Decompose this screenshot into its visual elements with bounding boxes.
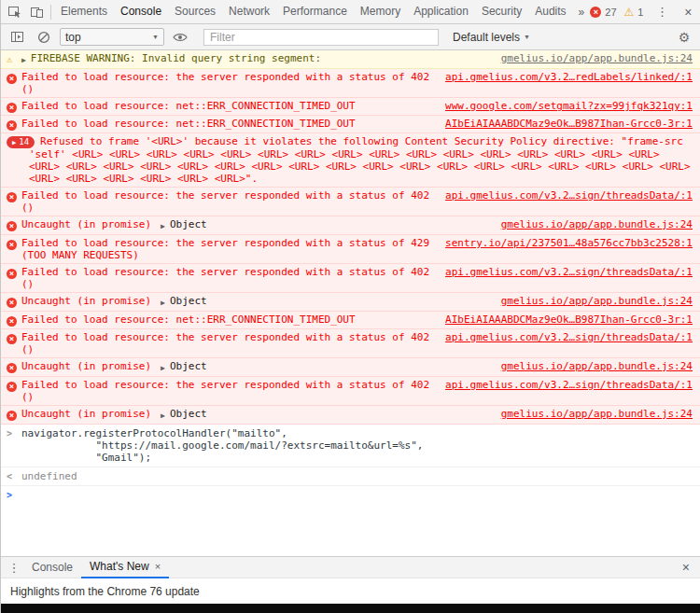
- console-message: × Failed to load resource: net::ERR_CONN…: [1, 312, 700, 329]
- devtools-window: Elements Console Sources Network Perform…: [0, 0, 700, 613]
- console-message: × Uncaught (in promise) ▶ Object gmelius…: [1, 406, 700, 425]
- source-link[interactable]: api.gmelius.com/v3.2…sign/threadsData/:1: [445, 189, 693, 202]
- frame-context-select[interactable]: top ▼: [60, 28, 164, 46]
- expand-triangle-icon[interactable]: ▶: [161, 297, 165, 309]
- source-link[interactable]: sentry.io/api/237501…48a576cc7bb3c2528:1: [445, 237, 693, 249]
- error-icon: ×: [7, 382, 17, 392]
- input-prompt-icon: >: [7, 489, 21, 500]
- console-result: < undefined: [1, 467, 700, 486]
- whats-new-panel: Highlights from the Chrome 76 update: [1, 578, 700, 604]
- warning-count[interactable]: 1: [637, 7, 643, 18]
- error-icon: ×: [7, 316, 17, 327]
- source-link[interactable]: api.gmelius.com/v3.2…sign/threadsData/:1: [445, 266, 693, 278]
- object-preview[interactable]: Object: [170, 218, 207, 230]
- console-message: ⚠ ▶ FIREBASE WARNING: Invalid query stri…: [1, 50, 700, 69]
- device-toolbar-icon[interactable]: [25, 1, 48, 23]
- console-message: × Failed to load resource: the server re…: [1, 264, 700, 293]
- frame-context-value: top: [65, 31, 81, 44]
- source-link[interactable]: AIbEiAIAAABDCMaz9eOk…B987Ihan-Grcc0-3r:1: [445, 313, 693, 326]
- devtools-menu-icon[interactable]: ⋮: [651, 1, 673, 23]
- source-link[interactable]: api.gmelius.com/v3.2…redLabels/linked/:1: [445, 71, 693, 83]
- message-text: Failed to load resource: the server resp…: [21, 71, 434, 95]
- source-link[interactable]: api.gmelius.com/v3.2…sign/threadsData/:1: [445, 379, 693, 391]
- error-count-icon[interactable]: ×: [590, 7, 601, 18]
- console-message: × Failed to load resource: the server re…: [1, 69, 700, 98]
- live-expression-eye-icon[interactable]: [169, 26, 191, 49]
- tab-audits[interactable]: Audits: [528, 0, 572, 23]
- error-icon: ×: [7, 103, 17, 113]
- inspect-element-icon[interactable]: [3, 1, 25, 23]
- message-text: Failed to load resource: the server resp…: [21, 379, 434, 403]
- source-link[interactable]: gmelius.io/app/app.bundle.js:24: [501, 295, 693, 307]
- clear-console-icon[interactable]: [33, 26, 55, 49]
- drawer-menu-icon[interactable]: ⋮: [5, 561, 23, 575]
- whats-new-title: Highlights from the Chrome 76 update: [10, 585, 200, 598]
- source-link[interactable]: gmelius.io/app/app.bundle.js:24: [501, 52, 693, 64]
- console-messages-pane: ⚠ ▶ FIREBASE WARNING: Invalid query stri…: [1, 50, 700, 556]
- close-tab-icon[interactable]: ×: [155, 557, 161, 577]
- object-preview[interactable]: Object: [170, 360, 207, 372]
- tab-console[interactable]: Console: [114, 0, 168, 23]
- source-link[interactable]: gmelius.io/app/app.bundle.js:24: [501, 360, 693, 372]
- topbar-status-area: × 27 ⚠ 1 ⋮ ×: [590, 1, 700, 23]
- console-message: × Uncaught (in promise) ▶ Object gmelius…: [1, 358, 700, 377]
- message-text: Uncaught (in promise): [21, 408, 151, 420]
- error-icon: ×: [7, 334, 17, 344]
- console-input[interactable]: >: [1, 486, 700, 503]
- expand-triangle-icon[interactable]: ▶: [161, 410, 165, 422]
- command-prompt-icon: >: [7, 427, 21, 464]
- console-message: × Uncaught (in promise) ▶ Object gmelius…: [1, 293, 700, 312]
- source-link[interactable]: gmelius.io/app/app.bundle.js:24: [501, 408, 693, 420]
- log-levels-label: Default levels: [453, 31, 520, 44]
- console-sidebar-icon[interactable]: [6, 26, 28, 49]
- message-text: Uncaught (in promise): [21, 360, 151, 372]
- settings-gear-icon[interactable]: ⚙: [673, 26, 695, 49]
- error-icon: ×: [7, 120, 17, 131]
- error-icon: ×: [7, 240, 17, 250]
- result-value: undefined: [21, 470, 77, 482]
- message-text: Failed to load resource: the server resp…: [21, 331, 434, 355]
- console-empty-space: [1, 503, 700, 556]
- tab-security[interactable]: Security: [475, 0, 528, 23]
- error-icon: ×: [7, 221, 17, 231]
- error-icon: ×: [7, 298, 17, 308]
- more-tabs-icon[interactable]: »: [573, 6, 591, 19]
- whats-new-banner-image: [1, 604, 700, 613]
- source-link[interactable]: www.google.com/setgmail?zx=99jfqk321qy:1: [445, 100, 693, 112]
- source-link[interactable]: api.gmelius.com/v3.2…sign/threadsData/:1: [445, 331, 693, 343]
- result-arrow-icon: <: [7, 470, 21, 482]
- message-text: Failed to load resource: the server resp…: [21, 237, 434, 261]
- source-link[interactable]: AIbEiAIAAABDCMaz9eOk…B987Ihan-Grcc0-3r:1: [445, 118, 693, 130]
- message-text: Failed to load resource: net::ERR_CONNEC…: [21, 118, 434, 130]
- error-icon: ×: [7, 363, 17, 373]
- drawer-close-icon[interactable]: ×: [676, 560, 696, 575]
- tab-network[interactable]: Network: [222, 0, 276, 23]
- object-preview[interactable]: Object: [170, 408, 207, 420]
- drawer-tab-console[interactable]: Console: [23, 557, 81, 578]
- message-text: Failed to load resource: net::ERR_CONNEC…: [21, 313, 434, 326]
- console-toolbar: top ▼ Default levels ▼ ⚙: [1, 24, 700, 50]
- repeat-count-badge[interactable]: ▶14: [7, 136, 35, 148]
- drawer-tab-whats-new[interactable]: What's New ×: [81, 557, 169, 578]
- source-link[interactable]: gmelius.io/app/app.bundle.js:24: [501, 218, 693, 230]
- tab-elements[interactable]: Elements: [54, 0, 114, 23]
- message-text: Uncaught (in promise): [21, 218, 151, 230]
- warning-count-icon[interactable]: ⚠: [624, 7, 635, 18]
- expand-triangle-icon[interactable]: ▶: [161, 362, 165, 374]
- tab-application[interactable]: Application: [407, 0, 475, 23]
- console-message: × Failed to load resource: the server re…: [1, 235, 700, 264]
- devtools-close-icon[interactable]: ×: [677, 1, 699, 23]
- log-levels-select[interactable]: Default levels ▼: [453, 31, 530, 44]
- message-text: Uncaught (in promise): [21, 295, 151, 307]
- expand-triangle-icon[interactable]: ▶: [161, 220, 165, 232]
- filter-input[interactable]: [203, 29, 439, 46]
- console-message: ▶14Refused to frame '<URL>' because it v…: [1, 133, 700, 188]
- object-preview[interactable]: Object: [170, 295, 207, 307]
- chevron-down-icon: ▼: [524, 34, 530, 40]
- tab-sources[interactable]: Sources: [168, 0, 222, 23]
- tab-performance[interactable]: Performance: [276, 0, 354, 23]
- error-count[interactable]: 27: [605, 7, 616, 18]
- divider: [50, 5, 51, 20]
- tab-memory[interactable]: Memory: [354, 0, 407, 23]
- expand-triangle-icon[interactable]: ▶: [21, 52, 26, 66]
